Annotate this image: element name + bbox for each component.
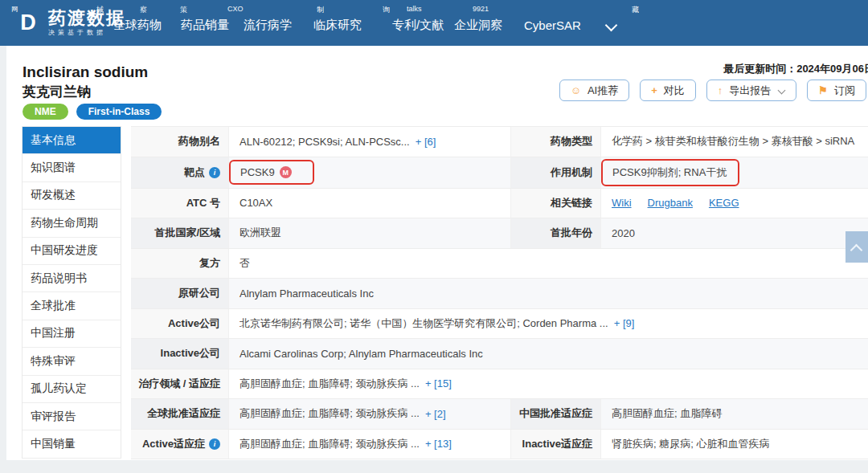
sidebar-item-药品说明书[interactable]: 药品说明书 <box>23 265 121 292</box>
row-label-text: 作用机制 <box>551 165 592 180</box>
row-value: C10AX <box>229 189 510 218</box>
row-label: 原研公司 <box>131 279 229 308</box>
row-value: 化学药 > 核苷类和核苷酸衍生物 > 寡核苷酸 > siRNA <box>601 127 868 157</box>
back-to-top-button[interactable] <box>845 231 868 263</box>
export-icon: ↑ <box>718 84 723 96</box>
expand-more-link[interactable]: + [15] <box>425 377 452 389</box>
row-label-text: 复方 <box>199 256 220 271</box>
row-label-text: 相关链接 <box>551 196 592 210</box>
table-row: Active公司北京诺华制药有限公司; 诺华（中国）生物医学研究有限公司; Co… <box>131 309 868 340</box>
row-value-text: 化学药 > 核苷类和核苷酸衍生物 > 寡核苷酸 > siRNA <box>612 134 854 149</box>
drug-badges: NMEFirst-in-Class <box>23 104 162 120</box>
nav-superscript: 察 <box>140 5 147 15</box>
row-value-text: 北京诺华制药有限公司; 诺华（中国）生物医学研究有限公司; Corden Pha… <box>240 316 608 331</box>
row-label: 相关链接 <box>510 189 601 218</box>
table-row: 药物别名ALN-60212; PCSK9si; ALN-PCSsc...+ [6… <box>131 127 868 157</box>
row-value-text: 否 <box>240 256 250 271</box>
content-card: Inclisiran sodium 英克司兰钠 NMEFirst-in-Clas… <box>6 46 868 460</box>
nav-item-药品销量[interactable]: 药品销量 <box>181 17 229 32</box>
sidebar-item-特殊审评[interactable]: 特殊审评 <box>23 348 121 375</box>
expand-more-link[interactable]: + [9] <box>614 317 635 329</box>
logo-corner-tag: 网 <box>11 5 18 14</box>
nav-item-专利/文献[interactable]: 专利/文献 <box>392 17 444 32</box>
nav-item-CyberSAR[interactable]: CyberSAR <box>524 18 581 31</box>
row-value-text: 2020 <box>612 227 635 239</box>
导出报告-button[interactable]: ↑导出报告 <box>706 80 797 101</box>
sidebar-item-全球批准[interactable]: 全球批准 <box>23 292 121 320</box>
AI推荐-button[interactable]: ☺AI推荐 <box>559 80 630 101</box>
row-value-text: 欧洲联盟 <box>240 226 281 240</box>
page-header: Inclisiran sodium 英克司兰钠 NMEFirst-in-Clas… <box>6 46 868 126</box>
table-row: 全球批准适应症高胆固醇血症; 血脂障碍; 颈动脉疾病 ...+ [2]中国批准适… <box>131 399 868 430</box>
nav-item-企业洞察[interactable]: 企业洞察 <box>454 17 502 32</box>
row-value: 否 <box>229 249 868 279</box>
sidebar-item-中国研发进度[interactable]: 中国研发进度 <box>23 238 121 265</box>
sidebar-item-孤儿药认定[interactable]: 孤儿药认定 <box>23 376 121 403</box>
row-value: 2020 <box>601 218 868 248</box>
nav-superscript: 9921 <box>473 5 489 13</box>
nav-item-临床研究[interactable]: 临床研究 <box>313 17 362 32</box>
row-label-text: Active适应症 <box>142 437 205 451</box>
row-label: Active公司 <box>131 309 229 339</box>
sidebar: 基本信息知识图谱研发概述药物生命周期中国研发进度药品说明书全球批准中国注册特殊审… <box>22 126 121 459</box>
nav-superscript: 藏 <box>632 5 639 15</box>
annotation-red-box: PCSK9抑制剂; RNA干扰 <box>601 159 739 186</box>
row-value-text: PCSK9 <box>240 166 275 178</box>
table-row: 靶点iPCSK9M作用机制PCSK9抑制剂; RNA干扰 <box>131 157 868 189</box>
订阅-button[interactable]: ⚑订阅 <box>807 80 866 101</box>
row-value-text: 肾脏疾病; 糖尿病; 心脏和血管疾病 <box>612 437 769 451</box>
app-logo[interactable]: 网 D 药渡数据 决策基于数据 <box>13 7 125 38</box>
sidebar-item-知识图谱[interactable]: 知识图谱 <box>23 154 121 181</box>
chevron-down-icon[interactable] <box>607 21 616 31</box>
button-label: 订阅 <box>834 84 855 98</box>
table-row: Active适应症i高胆固醇血症; 血脂障碍; 颈动脉疾病 ...+ [13]I… <box>131 430 868 460</box>
row-label-text: 药物别名 <box>178 134 220 149</box>
related-link-Wiki[interactable]: Wiki <box>612 197 632 209</box>
related-link-KEGG[interactable]: KEGG <box>709 197 739 209</box>
row-value: Alcami Carolinas Corp; Alnylam Pharmaceu… <box>229 339 868 369</box>
nav-item-全球药物[interactable]: 全球药物 <box>113 17 162 32</box>
sidebar-item-研发概述[interactable]: 研发概述 <box>23 182 121 210</box>
row-value-text: Alcami Carolinas Corp; Alnylam Pharmaceu… <box>240 348 483 360</box>
row-label: 作用机制 <box>510 157 601 188</box>
table-row: 首批国家/区域欧洲联盟首批年份2020 <box>131 218 868 249</box>
row-label: 治疗领域 / 适应症 <box>131 369 229 399</box>
sidebar-item-药物生命周期[interactable]: 药物生命周期 <box>23 210 121 237</box>
expand-more-link[interactable]: + [2] <box>425 408 446 420</box>
row-label-text: 治疗领域 / 适应症 <box>138 377 220 391</box>
row-value: 欧洲联盟 <box>229 218 510 248</box>
nav-superscript: 策 <box>180 5 187 15</box>
expand-more-link[interactable]: + [6] <box>416 136 436 148</box>
row-label-text: Inactive适应症 <box>522 437 592 451</box>
row-value-text: 高胆固醇血症; 血脂障碍; 颈动脉疾病 ... <box>240 406 420 421</box>
sidebar-item-审评报告[interactable]: 审评报告 <box>23 403 121 430</box>
row-value-text: ALN-60212; PCSK9si; ALN-PCSsc... <box>240 136 410 148</box>
row-label-text: 中国批准适应症 <box>519 406 592 421</box>
drug-title-zh: 英克司兰钠 <box>23 83 91 101</box>
nav-item-流行病学[interactable]: 流行病学 <box>244 17 292 32</box>
row-label: Active适应症i <box>131 430 229 459</box>
nav-superscript: 制 <box>317 5 324 15</box>
info-icon[interactable]: i <box>209 438 220 450</box>
sidebar-item-中国注册[interactable]: 中国注册 <box>23 320 121 348</box>
expand-more-link[interactable]: + [13] <box>425 438 452 450</box>
row-value: PCSK9M <box>229 157 510 188</box>
table-row: 治疗领域 / 适应症高胆固醇血症; 血脂障碍; 颈动脉疾病 ...+ [15] <box>131 369 868 400</box>
row-value: Alnylam Pharmaceuticals Inc <box>229 279 868 308</box>
table-row: Inactive公司Alcami Carolinas Corp; Alnylam… <box>131 339 868 369</box>
related-link-Drugbank[interactable]: Drugbank <box>648 197 693 209</box>
row-label: 首批年份 <box>510 218 601 248</box>
chevron-up-icon <box>852 243 862 252</box>
last-updated: 最后更新时间：2024年09月06日 <box>723 62 868 76</box>
row-value-text: PCSK9抑制剂; RNA干扰 <box>612 165 727 180</box>
sidebar-item-中国销量[interactable]: 中国销量 <box>23 430 121 458</box>
marketed-badge[interactable]: M <box>280 166 292 178</box>
nav-superscript: 械 <box>96 5 104 15</box>
对比-button[interactable]: +对比 <box>640 80 696 101</box>
bookmark-icon: ⚑ <box>818 84 828 96</box>
row-value-text: 高胆固醇血症; 血脂障碍 <box>612 406 722 421</box>
logo-mark-icon: 网 D <box>13 7 43 38</box>
info-icon[interactable]: i <box>209 167 220 178</box>
header-buttons: ☺AI推荐+对比↑导出报告⚑订阅 <box>559 80 866 101</box>
sidebar-item-基本信息[interactable]: 基本信息 <box>23 127 121 154</box>
